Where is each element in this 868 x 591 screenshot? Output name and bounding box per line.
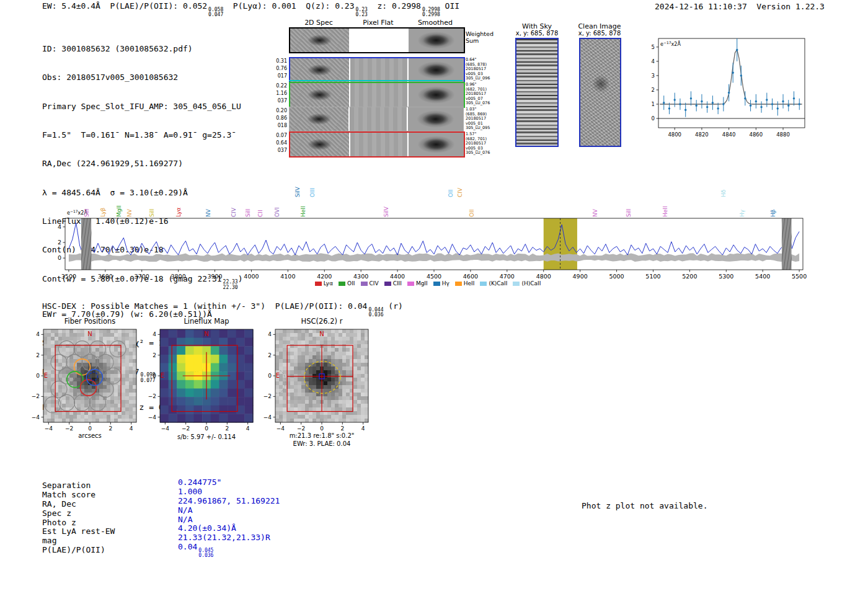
legend-item: HeII: [455, 280, 475, 287]
svg-text:−4: −4: [264, 414, 272, 420]
hsc-caption-1: m:21.3 re:1.8" s:0.2": [269, 432, 374, 439]
fiber-pixelflat-image: [350, 83, 407, 107]
svg-text:CIV: CIV: [457, 187, 463, 197]
svg-text:2: 2: [652, 87, 655, 93]
fiber-spec2d-row: [289, 131, 465, 158]
legend-label: (K)CaII: [489, 280, 507, 287]
svg-text:0: 0: [652, 115, 655, 122]
legend-swatch: [455, 282, 462, 286]
legend-item: Hγ: [433, 280, 450, 287]
match-table-label: Est LyA rest-EW: [42, 527, 178, 536]
match-table-value: 224.961867, 51.169221: [178, 496, 280, 505]
match-table-value-uncertainty: 0.0450.036: [198, 548, 213, 559]
svg-text:4840: 4840: [722, 131, 736, 138]
fiber-row-annotation: 0.96"(682, 701)20180517v005_07305_LU_076: [466, 82, 494, 106]
svg-text:SiII: SiII: [245, 208, 251, 217]
svg-text:Lyβ: Lyβ: [100, 207, 106, 217]
svg-text:5: 5: [652, 44, 655, 50]
summary-z-stack: 0.29980.2998: [422, 7, 440, 18]
legend-swatch: [361, 282, 368, 286]
svg-text:4: 4: [268, 331, 272, 337]
svg-text:4: 4: [130, 425, 133, 432]
svg-text:4400: 4400: [390, 273, 405, 280]
svg-text:E: E: [44, 372, 48, 379]
cleanimage-image: [579, 38, 621, 147]
match-table-label: Match score: [42, 490, 178, 499]
svg-text:4820: 4820: [695, 131, 709, 138]
svg-text:−4: −4: [45, 425, 53, 432]
fiber-row-annotation: 1.57"(682, 701)20180517v005_03305_LU_076: [466, 132, 494, 156]
summary-qz-stack: 0.230.23: [356, 7, 368, 18]
summary-z: z: 0.2998: [368, 1, 421, 11]
svg-text:4: 4: [652, 58, 655, 64]
match-table-label: RA, Dec: [42, 499, 178, 509]
lineflux-caption: s/b: 5.97 +/- 0.114: [154, 433, 259, 440]
svg-text:SiII: SiII: [149, 208, 155, 217]
spec2d-header-pixelflat: Pixel Flat: [350, 19, 407, 27]
fiber-spec2d-row: [289, 57, 465, 83]
legend-swatch: [513, 282, 520, 286]
fiber-smoothed-image: [409, 133, 464, 156]
svg-text:2: 2: [58, 239, 61, 246]
legend-label: HeII: [464, 280, 475, 287]
svg-text:NV: NV: [126, 208, 133, 217]
legend-label: Hγ: [442, 280, 450, 287]
legend-item: CIII: [384, 280, 402, 287]
svg-text:3600: 3600: [98, 273, 113, 280]
svg-text:OII: OII: [448, 190, 454, 197]
svg-text:5100: 5100: [645, 273, 660, 280]
svg-text:SiII: SiII: [626, 208, 632, 217]
match-table-label: P(LAE)/P(OII): [42, 545, 178, 554]
svg-text:0: 0: [320, 425, 324, 432]
fiber-2dspec-image: [290, 83, 349, 107]
svg-text:4300: 4300: [353, 273, 368, 280]
info-id: ID: 3001085632 (3001085632.pdf): [42, 44, 243, 53]
svg-text:0: 0: [205, 425, 208, 432]
svg-text:4: 4: [361, 425, 365, 432]
spec2d-weighted-row: [289, 27, 465, 53]
legend-label: MgII: [416, 280, 428, 287]
fiber-row-annotation: 0.64"(685, 878)20180517v005_03305_LU_096: [466, 58, 494, 81]
svg-text:N: N: [319, 331, 324, 337]
fiber-row-weights: 0.200.86018: [273, 107, 287, 130]
match-table-label: Photo z: [42, 518, 178, 527]
fiber-smoothed-image: [409, 83, 464, 107]
match-table-value: 4.20(±0.34)Å: [178, 523, 236, 533]
svg-text:e−17x2Å: e−17x2Å: [660, 40, 681, 47]
cleanimage-coords: x, y: 685, 878: [572, 30, 627, 37]
svg-text:0: 0: [268, 373, 272, 379]
svg-text:4600: 4600: [463, 273, 478, 280]
legend-item: Lyα: [315, 280, 333, 287]
report-timestamp: 2024-12-16 11:10:37 Version 1.22.3: [655, 2, 825, 11]
fiber-spec2d-row: [289, 82, 465, 108]
svg-text:5500: 5500: [792, 273, 807, 280]
match-table: Separation0.244775"Match score1.000RA, D…: [42, 478, 280, 551]
fiber-row-weights: 0.310.76017: [273, 58, 287, 80]
info-obs: Obs: 20180517v005_3001085632: [42, 73, 243, 82]
hsc-caption-2: EWr: 3. PLAE: 0.04: [269, 440, 374, 447]
fiber-row-weights: 0.221.16037: [273, 82, 287, 105]
legend-swatch: [315, 282, 322, 286]
svg-text:4: 4: [153, 331, 156, 337]
svg-text:5200: 5200: [682, 273, 697, 280]
svg-text:5000: 5000: [609, 273, 624, 280]
match-table-row: Separation0.244775": [42, 478, 280, 487]
svg-text:Lyα: Lyα: [175, 207, 182, 217]
fiber-row-annotation: 1.03"(685, 869)20180517v005_01305_LU_095: [466, 107, 494, 131]
legend-swatch: [384, 282, 391, 286]
svg-text:OVI: OVI: [274, 207, 280, 217]
fiber-xlabel: arcsecs: [43, 432, 136, 439]
summary-plya-qz: P(Lyα): 0.001 Q(z): 0.23: [223, 1, 354, 11]
match-table-value: 21.33(21.32,21.33)R: [178, 533, 270, 542]
svg-text:4900: 4900: [573, 273, 588, 280]
svg-text:−2: −2: [32, 393, 40, 399]
legend-label: (H)CaII: [521, 280, 541, 287]
svg-text:4100: 4100: [280, 273, 295, 280]
summary-ztype: OII: [440, 1, 459, 11]
svg-text:NV: NV: [592, 208, 598, 217]
fiber-smoothed-image: [409, 58, 464, 82]
legend-label: Lyα: [324, 280, 333, 287]
spec2d-header-smoothed: Smoothed: [407, 19, 464, 27]
svg-text:MgII: MgII: [116, 205, 122, 217]
svg-text:NV: NV: [205, 208, 211, 217]
